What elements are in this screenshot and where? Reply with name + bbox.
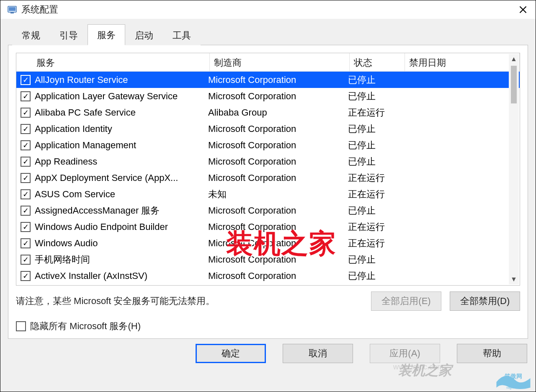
watermark-logo-url: xajjn.com <box>506 386 521 389</box>
ok-button[interactable]: 确定 <box>196 344 266 363</box>
cell-manufacturer: Microsoft Corporation <box>208 205 348 216</box>
row-checkbox[interactable]: ✓ <box>21 124 31 134</box>
cell-state: 已停止 <box>348 270 403 282</box>
cell-manufacturer: Microsoft Corporation <box>208 238 348 249</box>
row-checkbox[interactable]: ✓ <box>21 91 31 101</box>
svg-rect-1 <box>9 7 15 11</box>
row-checkbox[interactable]: ✓ <box>21 206 31 216</box>
msconfig-window: 系统配置 常规引导服务启动工具 服务 制造商 状态 禁用日期 ✓AllJoyn … <box>0 0 536 392</box>
table-row[interactable]: ✓AssignedAccessManager 服务Microsoft Corpo… <box>16 202 520 219</box>
table-row[interactable]: ✓ActiveX Installer (AxInstSV)Microsoft C… <box>16 268 520 284</box>
cell-service: Windows Audio <box>35 238 208 249</box>
table-row[interactable]: ✓Application Layer Gateway ServiceMicros… <box>16 88 520 104</box>
cell-manufacturer: Microsoft Corporation <box>208 124 348 134</box>
cell-state: 正在运行 <box>348 237 403 250</box>
svg-rect-2 <box>10 13 14 13</box>
cell-manufacturer: Microsoft Corporation <box>208 173 348 183</box>
scroll-thumb[interactable] <box>511 66 517 103</box>
cell-manufacturer: Microsoft Corporation <box>208 254 348 265</box>
row-checkbox[interactable]: ✓ <box>21 157 31 167</box>
cell-service: AllJoyn Router Service <box>35 75 208 85</box>
cell-state: 已停止 <box>348 253 403 266</box>
apply-button[interactable]: 应用(A) <box>370 344 440 363</box>
cell-service: ASUS Com Service <box>35 189 208 200</box>
cell-state: 正在运行 <box>348 188 403 201</box>
tab-常规[interactable]: 常规 <box>12 25 50 45</box>
table-row[interactable]: ✓Alibaba PC Safe ServiceAlibaba Group正在运… <box>16 104 520 121</box>
cell-state: 正在运行 <box>348 221 403 233</box>
listview-header: 服务 制造商 状态 禁用日期 <box>16 53 520 72</box>
cell-state: 已停止 <box>348 204 403 217</box>
vertical-scrollbar[interactable]: ▲ ▼ <box>509 54 519 284</box>
cell-service: Alibaba PC Safe Service <box>35 107 208 118</box>
cell-service: Application Management <box>35 140 208 151</box>
table-row[interactable]: ✓ASUS Com Service未知正在运行 <box>16 186 520 202</box>
warning-note: 请注意，某些 Microsoft 安全服务可能无法禁用。 <box>16 295 363 307</box>
row-checkbox[interactable]: ✓ <box>21 238 31 248</box>
row-checkbox[interactable]: ✓ <box>21 140 31 150</box>
cell-state: 已停止 <box>348 90 403 103</box>
cell-manufacturer: 未知 <box>208 188 348 201</box>
table-row[interactable]: ✓手机网络时间Microsoft Corporation已停止 <box>16 251 520 268</box>
services-listview[interactable]: 服务 制造商 状态 禁用日期 ✓AllJoyn Router ServiceMi… <box>16 53 520 286</box>
cell-service: 手机网络时间 <box>35 253 208 266</box>
close-button[interactable] <box>514 0 532 19</box>
client-area: 常规引导服务启动工具 服务 制造商 状态 禁用日期 ✓AllJoyn Route… <box>0 19 536 392</box>
help-button[interactable]: 帮助 <box>457 344 527 363</box>
listview-body[interactable]: ✓AllJoyn Router ServiceMicrosoft Corpora… <box>16 72 520 285</box>
cell-state: 已停止 <box>348 74 403 86</box>
column-header-service[interactable]: 服务 <box>16 53 210 71</box>
cell-manufacturer: Alibaba Group <box>208 107 348 118</box>
row-checkbox[interactable]: ✓ <box>21 173 31 183</box>
cancel-button[interactable]: 取消 <box>283 344 353 363</box>
row-checkbox[interactable]: ✓ <box>21 222 31 232</box>
table-row[interactable]: ✓Windows AudioMicrosoft Corporation正在运行 <box>16 235 520 251</box>
row-checkbox[interactable]: ✓ <box>21 108 31 118</box>
watermark-logo-icon: 笑傲网 xajjn.com <box>495 366 532 391</box>
tab-服务[interactable]: 服务 <box>88 24 125 45</box>
row-checkbox[interactable]: ✓ <box>21 189 31 199</box>
table-row[interactable]: ✓AppX Deployment Service (AppX...Microso… <box>16 170 520 186</box>
row-checkbox[interactable]: ✓ <box>21 75 31 85</box>
cell-manufacturer: Microsoft Corporation <box>208 140 348 151</box>
column-header-manufacturer[interactable]: 制造商 <box>210 53 350 71</box>
cell-manufacturer: Microsoft Corporation <box>208 91 348 102</box>
cell-service: Application Identity <box>35 124 208 134</box>
tab-启动[interactable]: 启动 <box>125 25 163 45</box>
cell-state: 正在运行 <box>348 106 403 119</box>
hide-ms-row: 隐藏所有 Microsoft 服务(H) <box>16 320 520 333</box>
row-checkbox[interactable]: ✓ <box>21 271 31 281</box>
table-row[interactable]: ✓Application ManagementMicrosoft Corpora… <box>16 137 520 153</box>
disable-all-button[interactable]: 全部禁用(D) <box>450 291 520 311</box>
hide-ms-checkbox[interactable] <box>16 321 26 331</box>
cell-manufacturer: Microsoft Corporation <box>208 75 348 85</box>
cell-service: AssignedAccessManager 服务 <box>35 204 208 217</box>
dialog-footer: 确定 取消 应用(A) 帮助 <box>0 339 536 366</box>
titlebar: 系统配置 <box>0 0 536 19</box>
tab-工具[interactable]: 工具 <box>163 25 201 45</box>
cell-state: 已停止 <box>348 123 403 135</box>
close-icon <box>519 5 527 14</box>
cell-state: 正在运行 <box>348 172 403 184</box>
table-row[interactable]: ✓Application IdentityMicrosoft Corporati… <box>16 121 520 137</box>
tab-引导[interactable]: 引导 <box>50 25 88 45</box>
scroll-up-arrow-icon[interactable]: ▲ <box>509 54 519 64</box>
table-row[interactable]: ✓Windows Audio Endpoint BuilderMicrosoft… <box>16 219 520 235</box>
cell-manufacturer: Microsoft Corporation <box>208 222 348 232</box>
scroll-down-arrow-icon[interactable]: ▼ <box>509 274 519 284</box>
column-header-state[interactable]: 状态 <box>350 53 405 71</box>
under-list-row: 请注意，某些 Microsoft 安全服务可能无法禁用。 全部启用(E) 全部禁… <box>16 291 520 311</box>
enable-all-button[interactable]: 全部启用(E) <box>371 291 441 311</box>
table-row[interactable]: ✓AllJoyn Router ServiceMicrosoft Corpora… <box>16 72 520 88</box>
column-header-disabled-date[interactable]: 禁用日期 <box>405 53 520 71</box>
cell-state: 已停止 <box>348 155 403 168</box>
row-checkbox[interactable]: ✓ <box>21 255 31 265</box>
tab-strip: 常规引导服务启动工具 <box>0 24 536 45</box>
app-icon <box>7 5 17 15</box>
cell-service: AppX Deployment Service (AppX... <box>35 173 208 183</box>
table-row[interactable]: ✓App ReadinessMicrosoft Corporation已停止 <box>16 153 520 170</box>
tab-panel-services: 服务 制造商 状态 禁用日期 ✓AllJoyn Router ServiceMi… <box>8 45 528 339</box>
watermark-logo-label: 笑傲网 <box>504 373 522 379</box>
cell-manufacturer: Microsoft Corporation <box>208 156 348 167</box>
cell-service: Application Layer Gateway Service <box>35 91 208 102</box>
